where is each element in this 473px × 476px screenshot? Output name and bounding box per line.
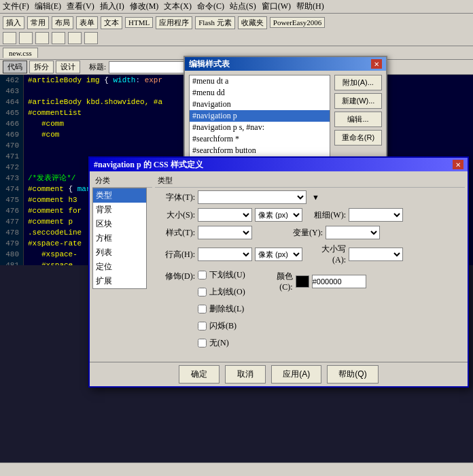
deco-none: 无(N) <box>198 337 245 349</box>
lineheight-unit-select[interactable]: 像素 (px) <box>255 248 302 261</box>
decoration-row: 修饰(D): 下划线(U) 上划线(O) <box>158 269 462 352</box>
toolbar: 插入 常用 布局 表单 文本 HTML 应用程序 Flash 元素 收藏夹 Po… <box>0 14 473 46</box>
css-rule-item[interactable]: #menu dt a <box>190 75 330 87</box>
case-select[interactable] <box>349 248 403 261</box>
size-select[interactable] <box>198 208 252 222</box>
css-rule-item[interactable]: #navigation <box>190 99 330 110</box>
design-btn[interactable]: 设计 <box>56 61 80 73</box>
deco-none-label: 无(N) <box>209 337 229 349</box>
case-label: 大小写(A): <box>312 243 346 265</box>
color-row: 颜色(C): <box>266 271 366 292</box>
category-item-position[interactable]: 定位 <box>93 260 146 274</box>
properties-panel: 字体(T): ▼ 大小(S): 像素 (px) 粗细(W): <box>155 188 465 359</box>
category-item-box[interactable]: 方框 <box>93 231 146 245</box>
modal-css-list-title: 编辑样式表 <box>189 58 230 70</box>
toolbar-fav[interactable]: 收藏夹 <box>238 16 267 29</box>
weight-select[interactable] <box>349 208 403 222</box>
toolbar-text[interactable]: 文本 <box>101 16 122 29</box>
type-header: 类型 <box>155 174 465 188</box>
new-btn[interactable]: 新建(W)... <box>334 93 382 109</box>
modal-css-def-close[interactable]: ✕ <box>453 160 463 169</box>
menu-view[interactable]: 查看(V) <box>67 1 94 12</box>
deco-blink: 闪烁(B) <box>198 320 245 332</box>
apply-button[interactable]: 应用(A) <box>271 365 321 384</box>
deco-overline-check[interactable] <box>198 288 207 296</box>
weight-label: 粗细(W): <box>312 209 346 221</box>
deco-underline: 下划线(U) <box>198 269 245 281</box>
decoration-label: 修饰(D): <box>158 269 195 282</box>
color-label: 颜色(C): <box>266 271 293 292</box>
toolbar-icon-6[interactable] <box>84 32 98 44</box>
lineheight-select[interactable] <box>198 248 252 261</box>
category-header: 分类 <box>92 174 152 188</box>
style-label: 样式(T): <box>158 227 195 239</box>
modal-css-def-titlebar: #navigation p 的 CSS 样式定义 ✕ <box>90 158 468 171</box>
deco-blink-check[interactable] <box>198 322 207 330</box>
menu-site[interactable]: 站点(S) <box>230 1 256 12</box>
menu-insert[interactable]: 插入(I) <box>100 1 124 12</box>
css-rule-item[interactable]: #searchform button <box>190 145 330 156</box>
deco-underline-label: 下划线(U) <box>209 269 245 281</box>
color-area: 颜色(C): <box>266 269 366 352</box>
size-unit-select[interactable]: 像素 (px) <box>255 208 302 222</box>
style-row: 样式(T): 变量(Y): <box>158 226 462 239</box>
category-panel: 分类 类型 背景 区块 方框 列表 定位 扩展 <box>92 174 152 359</box>
file-tab[interactable]: new.css <box>3 48 38 58</box>
style-select[interactable] <box>198 226 252 239</box>
chevron-down-icon: ▼ <box>312 193 319 201</box>
menu-command[interactable]: 命令(C) <box>197 1 224 12</box>
css-rule-item[interactable]: #navigation p s, #nav: <box>190 122 330 133</box>
cancel-button[interactable]: 取消 <box>225 365 266 384</box>
decoration-area: 下划线(U) 上划线(O) 删除线(L) <box>198 269 366 352</box>
toolbar-insert[interactable]: 插入 <box>3 16 24 29</box>
toolbar-form[interactable]: 表单 <box>76 16 98 29</box>
menu-text[interactable]: 文本(X) <box>164 1 192 12</box>
font-select[interactable] <box>198 190 306 204</box>
lineheight-row: 行高(H): 像素 (px) 大小写(A): <box>158 243 462 265</box>
css-def-content: 分类 类型 背景 区块 方框 列表 定位 扩展 类型 <box>90 171 468 362</box>
ok-button[interactable]: 确定 <box>179 365 220 384</box>
toolbar-flash[interactable]: Flash 元素 <box>195 16 235 29</box>
font-row: 字体(T): ▼ <box>158 190 462 204</box>
deco-col-left: 下划线(U) 上划线(O) 删除线(L) <box>198 269 245 352</box>
menu-modify[interactable]: 修改(M) <box>130 1 159 12</box>
css-rule-item-selected[interactable]: #navigation p <box>190 110 330 122</box>
deco-none-check[interactable] <box>198 339 207 347</box>
toolbar-common[interactable]: 常用 <box>27 16 49 29</box>
deco-strikethrough-check[interactable] <box>198 305 207 313</box>
toolbar-layout[interactable]: 布局 <box>52 16 73 29</box>
toolbar-powereasy[interactable]: PowerEasy2006 <box>270 17 326 28</box>
modal-css-def: #navigation p 的 CSS 样式定义 ✕ 分类 类型 背景 区块 方… <box>88 156 469 388</box>
category-item-list[interactable]: 列表 <box>93 245 146 260</box>
toolbar-icon-3[interactable] <box>35 32 49 44</box>
category-item-extend[interactable]: 扩展 <box>93 274 146 288</box>
css-rule-item[interactable]: #menu dd <box>190 87 330 99</box>
menu-edit[interactable]: 编辑(E) <box>35 1 61 12</box>
split-btn[interactable]: 拆分 <box>29 61 54 73</box>
attach-btn[interactable]: 附加(A)... <box>334 75 382 90</box>
color-input[interactable] <box>312 275 366 288</box>
menu-window[interactable]: 窗口(W) <box>262 1 291 12</box>
help-button[interactable]: 帮助(Q) <box>327 365 378 384</box>
css-rule-item[interactable]: #searchform * <box>190 133 330 145</box>
rename-btn[interactable]: 重命名(R) <box>334 130 382 146</box>
toolbar-app[interactable]: 应用程序 <box>156 16 192 29</box>
menu-file[interactable]: 文件(F) <box>3 1 29 12</box>
toolbar-icon-2[interactable] <box>19 32 33 44</box>
toolbar-html[interactable]: HTML <box>125 17 153 28</box>
code-btn[interactable]: 代码 <box>3 61 27 73</box>
category-list[interactable]: 类型 背景 区块 方框 列表 定位 扩展 <box>92 188 147 289</box>
deco-underline-check[interactable] <box>198 271 207 279</box>
toolbar-icon-4[interactable] <box>52 32 65 44</box>
menu-help[interactable]: 帮助(H) <box>296 1 324 12</box>
category-item-block[interactable]: 区块 <box>93 217 146 231</box>
category-item-type[interactable]: 类型 <box>93 188 146 203</box>
toolbar-icon-5[interactable] <box>68 32 82 44</box>
color-swatch[interactable] <box>296 275 309 288</box>
modal-css-list-close[interactable]: ✕ <box>371 59 382 69</box>
toolbar-icon-1[interactable] <box>3 32 16 44</box>
category-item-bg[interactable]: 背景 <box>93 203 146 217</box>
edit-btn[interactable]: 编辑... <box>334 112 382 127</box>
deco-blink-label: 闪烁(B) <box>209 320 236 332</box>
variant-select[interactable] <box>326 226 380 239</box>
